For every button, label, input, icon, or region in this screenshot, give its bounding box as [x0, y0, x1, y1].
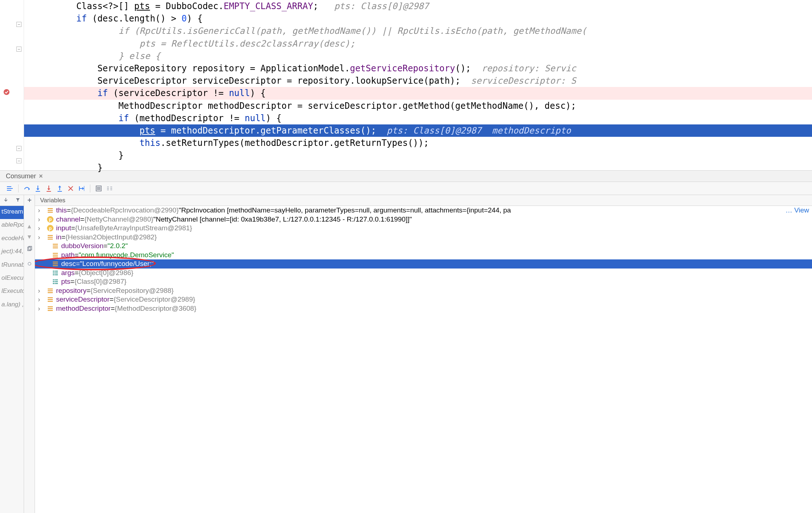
svg-rect-56 [48, 301, 53, 302]
frame-item[interactable]: tStream [0, 206, 24, 219]
variable-row[interactable]: pts = {Class[0]@2987} [35, 277, 812, 286]
svg-rect-1 [7, 188, 13, 189]
svg-rect-35 [53, 256, 58, 258]
code-line[interactable]: if (RpcUtils.isGenericCall(path, getMeth… [24, 25, 812, 37]
expand-chevron-icon[interactable]: › [38, 215, 43, 223]
frames-filter-icon[interactable] [15, 197, 20, 204]
view-link[interactable]: … View [785, 206, 809, 214]
expand-chevron-icon[interactable]: › [38, 206, 43, 214]
svg-rect-17 [107, 188, 109, 189]
expand-chevron-icon[interactable]: › [38, 295, 43, 303]
code-line[interactable]: if (serviceDescriptor != null) { [24, 87, 812, 99]
code-line[interactable]: if (methodDescriptor != null) { [24, 112, 812, 124]
svg-rect-19 [110, 187, 112, 187]
svg-rect-16 [107, 187, 109, 187]
link-icon[interactable] [26, 261, 33, 269]
svg-rect-43 [53, 274, 55, 275]
svg-rect-26 [48, 212, 53, 213]
expand-chevron-icon[interactable]: › [38, 233, 43, 241]
variable-row[interactable]: ›pchannel = {NettyChannel@2980} "NettyCh… [35, 215, 812, 224]
variable-row[interactable]: args = {Object[0]@2986} [35, 269, 812, 278]
code-line[interactable]: if (desc.length() > 0) { [24, 12, 812, 25]
svg-rect-39 [53, 271, 55, 272]
svg-rect-55 [48, 299, 53, 300]
fold-marker-icon[interactable] [16, 158, 21, 163]
frame-item[interactable]: ecodeHa [0, 232, 24, 246]
new-watch-icon[interactable] [27, 197, 32, 204]
variable-row[interactable]: ›methodDescriptor = {MethodDescriptor@36… [35, 304, 812, 313]
frame-item[interactable]: a.lang) , [0, 299, 24, 312]
run-to-cursor-icon[interactable] [77, 184, 86, 193]
trace-current-stream-chain-icon[interactable] [105, 184, 114, 193]
step-into-icon[interactable] [33, 184, 43, 193]
step-out-icon[interactable] [55, 184, 64, 193]
svg-rect-29 [48, 239, 53, 240]
copy-icon[interactable] [27, 246, 32, 253]
variable-row[interactable]: ›pinput = {UnsafeByteArrayInputStream@29… [35, 224, 812, 233]
svg-rect-27 [48, 235, 53, 236]
svg-rect-33 [53, 253, 58, 254]
code-line[interactable]: this.setReturnTypes(methodDescriptor.get… [24, 137, 812, 149]
frame-item[interactable]: tRunnab [0, 259, 24, 272]
breakpoint-icon[interactable] [4, 89, 9, 95]
svg-rect-13 [97, 187, 100, 188]
step-over-icon[interactable] [22, 184, 32, 193]
svg-rect-52 [48, 290, 53, 291]
fold-marker-icon[interactable] [16, 47, 21, 52]
svg-rect-15 [97, 189, 100, 190]
code-editor[interactable]: Class<?>[] pts = DubboCodec.EMPTY_CLASS_… [0, 0, 812, 170]
expand-chevron-icon[interactable]: › [38, 224, 43, 232]
variable-row[interactable]: desc = "Lcom/funnycode/User;" [35, 259, 812, 269]
variable-row[interactable]: ›this = {DecodeableRpcInvocation@2990} "… [35, 206, 812, 215]
svg-rect-32 [53, 247, 58, 248]
gutter-folding[interactable] [14, 0, 24, 170]
svg-rect-54 [48, 297, 53, 298]
frames-list[interactable]: tStreamableRpcIecodeHaject):44,tRunnabol… [0, 206, 24, 312]
svg-rect-49 [53, 283, 55, 284]
variable-row[interactable]: path = "com.funnycode.DemoService" [35, 251, 812, 260]
svg-rect-0 [7, 186, 11, 187]
svg-rect-48 [55, 281, 58, 282]
variable-row[interactable]: ›in = {Hessian2ObjectInput@2982} [35, 233, 812, 242]
fold-marker-icon[interactable] [16, 146, 21, 151]
code-line[interactable]: MethodDescriptor methodDescriptor = serv… [24, 100, 812, 112]
show-execution-point-icon[interactable] [5, 184, 15, 193]
scroll-up-icon[interactable]: ▲ [28, 223, 31, 230]
variables-list[interactable]: ›this = {DecodeableRpcInvocation@2990} "… [35, 206, 812, 513]
gutter-breakpoints[interactable] [0, 0, 14, 170]
svg-rect-57 [48, 306, 53, 307]
expand-chevron-icon[interactable]: › [38, 305, 43, 313]
code-line[interactable]: ServiceDescriptor serviceDescriptor = re… [24, 75, 812, 87]
frame-item[interactable]: olExecuto [0, 272, 24, 285]
code-line[interactable]: } [24, 149, 812, 162]
frame-item[interactable]: lExecuto [0, 285, 24, 298]
svg-rect-53 [48, 292, 53, 293]
expand-chevron-icon[interactable]: › [38, 287, 43, 295]
evaluate-expression-icon[interactable] [94, 184, 103, 193]
svg-rect-36 [53, 262, 58, 263]
code-line[interactable]: Class<?>[] pts = DubboCodec.EMPTY_CLASS_… [24, 0, 812, 12]
frames-prev-icon[interactable] [3, 197, 8, 204]
svg-rect-58 [48, 308, 53, 309]
fold-marker-icon[interactable] [16, 22, 21, 27]
svg-rect-18 [107, 190, 109, 190]
svg-rect-46 [55, 279, 58, 281]
variable-row[interactable]: dubboVersion = "2.0.2" [35, 242, 812, 251]
code-line[interactable]: pts = ReflectUtils.desc2classArray(desc)… [24, 37, 812, 50]
svg-rect-20 [110, 188, 112, 189]
code-line[interactable]: ServiceRepository repository = Applicati… [24, 62, 812, 75]
svg-rect-38 [53, 265, 58, 266]
drop-frame-icon[interactable] [66, 184, 75, 193]
code-lines[interactable]: Class<?>[] pts = DubboCodec.EMPTY_CLASS_… [24, 0, 812, 170]
code-line[interactable]: } else { [24, 50, 812, 62]
code-line[interactable]: pts = methodDescriptor.getParameterClass… [24, 124, 812, 137]
code-line[interactable]: } [24, 162, 812, 174]
scroll-down-icon[interactable]: ▼ [28, 233, 31, 240]
variable-row[interactable]: ›serviceDescriptor = {ServiceDescriptor@… [35, 295, 812, 304]
frame-item[interactable]: ject):44, [0, 246, 24, 259]
force-step-into-icon[interactable] [44, 184, 54, 193]
frame-item[interactable]: ableRpcI [0, 219, 24, 232]
svg-rect-25 [48, 210, 53, 211]
variable-row[interactable]: ›repository = {ServiceRepository@2988} [35, 286, 812, 295]
svg-rect-50 [55, 283, 58, 284]
